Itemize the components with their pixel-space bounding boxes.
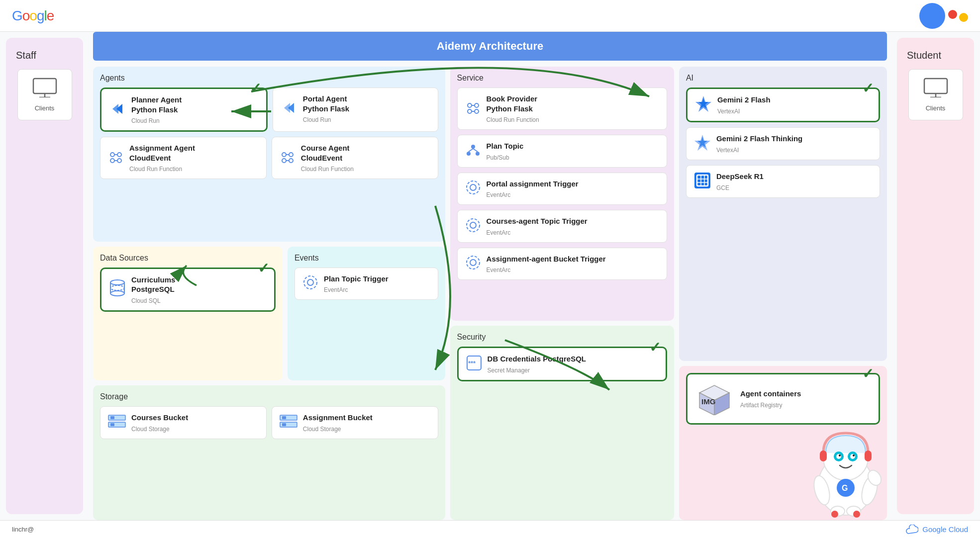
- assignment-agent-bucket-trigger-card[interactable]: Assignment-agent Bucket Trigger EventArc: [457, 248, 667, 280]
- svg-line-45: [473, 149, 478, 152]
- security-panel: Security ✓ *** DB Credentials Po: [450, 326, 674, 520]
- courses-agent-icon: [465, 217, 482, 236]
- course-agent-card[interactable]: Course AgentCloudEvent Cloud Run Functio…: [272, 137, 438, 179]
- google-cloud-logo: Google Cloud: [904, 525, 968, 535]
- assignment-bucket-title: Assignment Bucket: [303, 413, 373, 423]
- svg-line-44: [469, 149, 473, 152]
- courses-bucket-title: Courses Bucket: [131, 413, 188, 423]
- courses-bucket-subtitle: Cloud Storage: [131, 426, 188, 433]
- agents-panel-title: Agents: [100, 74, 438, 83]
- artifact-registry-card[interactable]: ✓ IMG Agent containe: [686, 373, 880, 425]
- student-monitor-icon: [923, 78, 948, 97]
- bottom-user: linchr@: [12, 526, 34, 533]
- planner-cloud-run-icon: [108, 100, 126, 120]
- svg-point-17: [289, 159, 293, 163]
- portal-assignment-trigger-card[interactable]: Portal assignment Trigger EventArc: [457, 173, 667, 205]
- assignment-card-text: Assignment AgentCloudEvent Cloud Run Fun…: [129, 143, 195, 173]
- service-panel-title: Service: [457, 74, 667, 83]
- plan-topic-trigger-card[interactable]: Plan Topic Trigger EventArc: [294, 268, 438, 300]
- planner-checkmark: ✓: [250, 80, 261, 96]
- assignment-bucket-card[interactable]: Assignment Bucket Cloud Storage: [272, 406, 438, 439]
- bottom-bar: linchr@ Google Cloud: [0, 520, 980, 538]
- svg-text:IMG: IMG: [701, 397, 715, 406]
- book-provider-title: Book ProviderPython Flask: [487, 94, 539, 113]
- courses-agent-trigger-card[interactable]: Courses-agent Topic Trigger EventArc: [457, 210, 667, 243]
- planner-card-row: Planner AgentPython Flask Cloud Run: [108, 95, 259, 124]
- assignment-agent-bucket-subtitle: EventArc: [487, 267, 606, 273]
- db-credentials-subtitle: Secret Manager: [488, 367, 586, 374]
- svg-point-38: [468, 109, 472, 113]
- plan-topic-row: Plan Topic Trigger EventArc: [302, 274, 431, 294]
- curriculums-card[interactable]: ✓: [100, 268, 276, 312]
- assignment-agent-bucket-icon: [465, 254, 482, 273]
- gemini-thinking-row: Gemini 2 Flash Thinking VertexAI: [693, 134, 873, 154]
- deepseek-card[interactable]: DeepSeek R1 GCE: [686, 165, 880, 198]
- assignment-agent-card[interactable]: Assignment AgentCloudEvent Cloud Run Fun…: [100, 137, 267, 179]
- book-provider-subtitle: Cloud Run Function: [487, 116, 539, 123]
- portal-trigger-row: Portal assignment Trigger EventArc: [465, 179, 660, 199]
- deepseek-row: DeepSeek R1 GCE: [693, 172, 873, 191]
- secret-manager-icon: ***: [466, 355, 483, 373]
- db-credentials-text: DB Credentials PostgreSQL Secret Manager: [488, 354, 586, 374]
- storage-cards-row: Courses Bucket Cloud Storage: [100, 406, 438, 439]
- courses-bucket-text: Courses Bucket Cloud Storage: [131, 413, 188, 433]
- course-card-title: Course AgentCloudEvent: [301, 143, 354, 163]
- assignment-dots-icon: [107, 149, 124, 168]
- curriculums-checkmark: ✓: [258, 260, 269, 276]
- student-client-label: Clients: [926, 104, 946, 112]
- assignment-bucket-row: Assignment Bucket Cloud Storage: [279, 413, 431, 433]
- google-logo: Google: [12, 8, 54, 24]
- svg-point-8: [117, 153, 121, 157]
- portal-card-title: Portal AgentPython Flask: [303, 94, 349, 113]
- assignment-agent-bucket-text: Assignment-agent Bucket Trigger EventArc: [487, 254, 606, 274]
- assistant-dots: [948, 10, 968, 22]
- deepseek-icon: [693, 172, 711, 191]
- svg-rect-80: [865, 450, 872, 461]
- gemini-thinking-title: Gemini 2 Flash Thinking: [716, 134, 802, 144]
- book-provider-card[interactable]: Book ProviderPython Flask Cloud Run Func…: [457, 88, 667, 130]
- agents-cards-row: ✓ Planner AgentPython Flask: [100, 88, 438, 132]
- sidebar-student: Student Clients: [897, 38, 974, 514]
- db-credentials-card[interactable]: ✓ *** DB Credentials PostgreSQL Secret: [457, 347, 667, 381]
- events-title: Events: [294, 254, 438, 263]
- left-section: Agents ✓: [93, 67, 445, 520]
- curriculums-subtitle: Cloud SQL: [131, 297, 175, 304]
- service-panel: Service: [450, 67, 674, 321]
- assignment-card-subtitle: Cloud Run Function: [129, 166, 195, 173]
- svg-point-51: [470, 260, 476, 266]
- assignment-agent-bucket-title: Assignment-agent Bucket Trigger: [487, 254, 606, 264]
- svg-rect-28: [110, 416, 114, 419]
- portal-trigger-subtitle: EventArc: [487, 191, 579, 198]
- plan-topic-card[interactable]: Plan Topic Pub/Sub: [457, 135, 667, 168]
- course-card-row: Course AgentCloudEvent Cloud Run Functio…: [279, 143, 431, 173]
- robot-svg: G: [801, 421, 890, 520]
- cloud-icon: [904, 525, 918, 535]
- deepseek-subtitle: GCE: [716, 184, 764, 191]
- plan-topic-card-subtitle: Pub/Sub: [487, 154, 524, 161]
- gemini-flash-card[interactable]: ✓ Gemini 2 Flash VertexAI: [686, 88, 880, 122]
- artifact-card-subtitle: Artifact Registry: [740, 402, 801, 409]
- svg-point-43: [476, 152, 480, 156]
- portal-agent-card[interactable]: Portal AgentPython Flask Cloud Run: [273, 88, 438, 132]
- svg-rect-32: [282, 416, 286, 419]
- events-panel: Events Plan Topic Trigg: [288, 247, 445, 381]
- storage-panel: Storage: [93, 385, 445, 520]
- svg-point-88: [831, 511, 838, 518]
- storage-title: Storage: [100, 392, 438, 401]
- planner-agent-card[interactable]: ✓ Planner AgentPython Flask: [100, 88, 268, 132]
- gemini-flash-title: Gemini 2 Flash: [717, 95, 771, 105]
- plan-topic-title: Plan Topic Trigger: [324, 274, 389, 284]
- assignment-card-row: Assignment AgentCloudEvent Cloud Run Fun…: [107, 143, 259, 173]
- portal-card-text: Portal AgentPython Flask Cloud Run: [303, 94, 349, 123]
- gemini-thinking-text: Gemini 2 Flash Thinking VertexAI: [716, 134, 802, 154]
- svg-point-78: [853, 454, 855, 456]
- svg-point-13: [282, 153, 286, 157]
- storage-icon-assignment: [279, 414, 298, 431]
- courses-agent-title: Courses-agent Topic Trigger: [487, 216, 588, 226]
- gemini-flash-checkmark: ✓: [862, 80, 874, 96]
- storage-icon-courses: [107, 414, 126, 431]
- gemini-thinking-card[interactable]: Gemini 2 Flash Thinking VertexAI: [686, 127, 880, 160]
- gemini-flash-icon: [694, 95, 712, 115]
- courses-bucket-card[interactable]: Courses Bucket Cloud Storage: [100, 406, 267, 439]
- svg-point-24: [110, 285, 124, 290]
